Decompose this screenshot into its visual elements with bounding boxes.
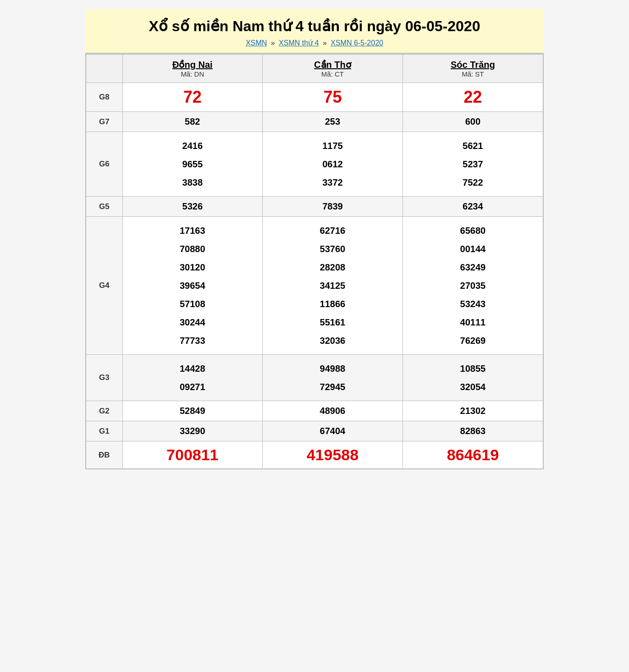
empty-header [86, 54, 122, 83]
col-header-dong-nai: Đồng Nai Mã: DN [122, 54, 263, 83]
cell-value: 5237 [407, 155, 539, 173]
province-code-dong-nai: Mã: DN [127, 70, 259, 78]
cell-g3-col2: 1085532054 [403, 355, 543, 401]
province-code-can-tho: Mã: CT [266, 70, 399, 78]
cell-value: 11866 [266, 295, 399, 313]
row-label-g2: G2 [86, 401, 122, 421]
cell-value: 17163 [127, 221, 259, 240]
cell-value: 32036 [266, 331, 399, 350]
cell-value: 28208 [266, 258, 399, 276]
cell-g8-col0: 72 [122, 83, 263, 112]
cell-value: 94988 [266, 359, 399, 378]
cell-value: 63249 [407, 258, 539, 276]
province-code-soc-trang: Mã: ST [407, 70, 539, 78]
cell-value: 65680 [407, 221, 539, 240]
breadcrumb: XSMN » XSMN thứ 4 » XSMN 6-5-2020 [90, 39, 539, 47]
cell-value: 00144 [407, 240, 539, 258]
cell-value: 0612 [266, 155, 399, 173]
cell-g2-col0: 52849 [122, 401, 263, 421]
cell-g2-col2: 21302 [403, 401, 543, 421]
cell-value: 62716 [266, 221, 399, 240]
province-name-can-tho: Cần Thơ [266, 59, 399, 70]
cell-g6-col0: 241696553838 [122, 132, 263, 197]
table-row-đb: ĐB700811419588864619 [86, 441, 543, 469]
cell-value: 1175 [266, 137, 399, 155]
table-row-g6: G6241696553838117506123372562152377522 [86, 132, 543, 197]
table-row-g8: G8727522 [86, 83, 543, 112]
cell-g1-col0: 33290 [122, 421, 263, 441]
cell-g7-col0: 582 [122, 112, 263, 132]
row-label-g6: G6 [86, 132, 122, 197]
cell-g7-col2: 600 [403, 112, 543, 132]
table-row-g7: G7582253600 [86, 112, 543, 132]
cell-value: 3838 [127, 173, 259, 192]
table-row-g4: G417163708803012039654571083024477733627… [86, 217, 543, 355]
table-row-g5: G5532678396234 [86, 197, 543, 217]
lottery-table: Đồng Nai Mã: DN Cần Thơ Mã: CT Sóc Trăng… [85, 54, 544, 469]
cell-value: 53760 [266, 240, 399, 258]
column-header-row: Đồng Nai Mã: DN Cần Thơ Mã: CT Sóc Trăng… [86, 54, 543, 83]
page-wrapper: Xổ số miền Nam thứ 4 tuần rồi ngày 06-05… [85, 9, 544, 469]
cell-value: 39654 [127, 276, 259, 295]
breadcrumb-link-1[interactable]: XSMN [246, 39, 267, 47]
cell-value: 2416 [127, 137, 259, 155]
cell-value: 10855 [407, 359, 539, 378]
cell-value: 72945 [266, 378, 399, 396]
cell-value: 40111 [407, 313, 539, 331]
cell-g6-col2: 562152377522 [403, 132, 543, 197]
cell-value: 14428 [127, 359, 259, 378]
cell-value: 3372 [266, 173, 399, 192]
cell-value: 34125 [266, 276, 399, 295]
cell-value: 30244 [127, 313, 259, 331]
row-label-đb: ĐB [86, 441, 122, 469]
cell-g2-col1: 48906 [263, 401, 403, 421]
row-label-g1: G1 [86, 421, 122, 441]
cell-value: 9655 [127, 155, 259, 173]
row-label-g3: G3 [86, 355, 122, 401]
cell-g3-col0: 1442809271 [122, 355, 263, 401]
cell-g1-col2: 82863 [403, 421, 543, 441]
header-section: Xổ số miền Nam thứ 4 tuần rồi ngày 06-05… [85, 9, 544, 54]
row-label-g8: G8 [86, 83, 122, 112]
row-label-g7: G7 [86, 112, 122, 132]
cell-value: 32054 [407, 378, 539, 396]
cell-value: 76269 [407, 331, 539, 350]
province-name-dong-nai: Đồng Nai [127, 59, 259, 70]
cell-value: 55161 [266, 313, 399, 331]
cell-g3-col1: 9498872945 [263, 355, 403, 401]
province-name-soc-trang: Sóc Trăng [407, 60, 539, 70]
cell-value: 57108 [127, 295, 259, 313]
main-title: Xổ số miền Nam thứ 4 tuần rồi ngày 06-05… [90, 17, 539, 35]
cell-g6-col1: 117506123372 [263, 132, 403, 197]
breadcrumb-sep-1: » [271, 39, 277, 47]
table-row-g1: G1332906740482863 [86, 421, 543, 441]
table-row-g2: G2528494890621302 [86, 401, 543, 421]
cell-g1-col1: 67404 [263, 421, 403, 441]
cell-value: 70880 [127, 240, 259, 258]
cell-value: 27035 [407, 276, 539, 295]
cell-value: 7522 [407, 173, 539, 192]
cell-g4-col0: 17163708803012039654571083024477733 [122, 217, 263, 355]
cell-value: 77733 [127, 331, 259, 350]
row-label-g4: G4 [86, 217, 122, 355]
cell-đb-col0: 700811 [122, 441, 263, 469]
cell-g8-col1: 75 [263, 83, 403, 112]
cell-g4-col1: 62716537602820834125118665516132036 [263, 217, 403, 355]
cell-đb-col1: 419588 [263, 441, 403, 469]
cell-đb-col2: 864619 [403, 441, 543, 469]
cell-value: 30120 [127, 258, 259, 276]
breadcrumb-sep-2: » [323, 39, 329, 47]
row-label-g5: G5 [86, 197, 122, 217]
breadcrumb-link-3[interactable]: XSMN 6-5-2020 [331, 39, 383, 47]
cell-value: 53243 [407, 295, 539, 313]
cell-value: 5621 [407, 137, 539, 155]
cell-g4-col2: 65680001446324927035532434011176269 [403, 217, 543, 355]
breadcrumb-link-2[interactable]: XSMN thứ 4 [279, 39, 319, 47]
col-header-soc-trang: Sóc Trăng Mã: ST [403, 54, 543, 83]
table-row-g3: G3144280927194988729451085532054 [86, 355, 543, 401]
cell-g5-col2: 6234 [403, 197, 543, 217]
cell-g5-col0: 5326 [122, 197, 263, 217]
cell-g8-col2: 22 [403, 83, 543, 112]
col-header-can-tho: Cần Thơ Mã: CT [263, 54, 403, 83]
cell-g5-col1: 7839 [263, 197, 403, 217]
